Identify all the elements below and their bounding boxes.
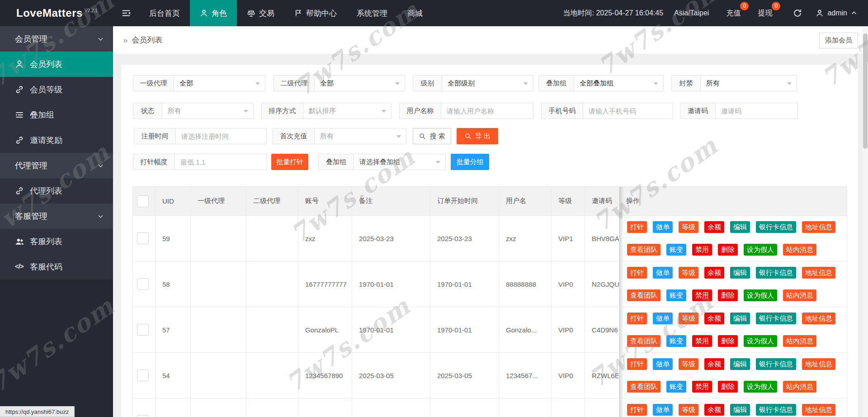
make-order-button[interactable]: 做单 (653, 404, 673, 416)
phone-input[interactable] (583, 103, 673, 118)
balance-button[interactable]: 余额 (704, 221, 724, 233)
site-message-button[interactable]: 站内消息 (783, 381, 816, 393)
sidebar-item-support-code[interactable]: </> 客服代码 (0, 254, 113, 280)
account-change-button[interactable]: 账变 (666, 335, 686, 347)
view-team-button[interactable]: 查看团队 (627, 244, 660, 256)
disable-button[interactable]: 禁用 (692, 289, 712, 301)
inject-range-input[interactable] (175, 154, 266, 170)
edit-button[interactable]: 编辑 (730, 221, 750, 233)
make-order-button[interactable]: 做单 (653, 267, 673, 279)
site-message-button[interactable]: 站内消息 (783, 335, 816, 347)
scrollbar-track[interactable] (863, 26, 868, 417)
status-select[interactable]: 所有 (162, 103, 253, 118)
edit-button[interactable]: 编辑 (730, 267, 750, 279)
edit-button[interactable]: 编辑 (730, 313, 750, 324)
site-message-button[interactable]: 站内消息 (783, 289, 816, 301)
sort-select[interactable]: 默认排序 (303, 103, 391, 118)
inject-button[interactable]: 打针 (627, 404, 647, 416)
bank-info-button[interactable]: 银行卡信息 (756, 404, 796, 416)
invite-code-input[interactable] (716, 103, 797, 118)
edit-button[interactable]: 编辑 (730, 358, 750, 370)
overlay-group-select[interactable]: 全部叠加组 (574, 76, 663, 91)
sidebar-toggle-button[interactable] (113, 0, 139, 26)
balance-button[interactable]: 余额 (704, 313, 724, 324)
account-change-button[interactable]: 账变 (666, 289, 686, 301)
add-member-button[interactable]: 添加会员 (819, 33, 858, 48)
view-team-button[interactable]: 查看团队 (627, 381, 660, 393)
delete-button[interactable]: 删除 (718, 244, 738, 256)
delete-button[interactable]: 删除 (718, 381, 738, 393)
sidebar-group-agent-mgmt[interactable]: 代理管理 (0, 153, 113, 178)
level-button[interactable]: 等级 (679, 313, 698, 324)
row-checkbox[interactable] (137, 370, 149, 381)
sidebar-item-member-level[interactable]: 会员等级 (0, 77, 113, 102)
batch-group-button[interactable]: 批量分组 (451, 154, 489, 170)
balance-button[interactable]: 余额 (704, 358, 724, 370)
batch-overlay-group-select[interactable]: 请选择叠加组 (354, 154, 445, 170)
disable-button[interactable]: 禁用 (692, 381, 712, 393)
address-info-button[interactable]: 地址信息 (802, 404, 835, 416)
first-recharge-select[interactable]: 所有 (315, 128, 406, 144)
withdraw-button[interactable]: 提现 0 (752, 9, 778, 18)
sidebar-item-member-list[interactable]: 会员列表 (0, 52, 113, 77)
topnav-system[interactable]: 系统管理 (347, 0, 397, 26)
address-info-button[interactable]: 地址信息 (802, 221, 835, 233)
sidebar-item-agent-list[interactable]: 代理列表 (0, 178, 113, 204)
row-checkbox[interactable] (137, 232, 149, 244)
row-checkbox[interactable] (137, 324, 149, 336)
delete-button[interactable]: 删除 (718, 335, 738, 347)
address-info-button[interactable]: 地址信息 (802, 358, 835, 370)
username-input[interactable] (441, 103, 533, 118)
balance-button[interactable]: 余额 (704, 267, 724, 279)
row-checkbox[interactable] (137, 278, 149, 290)
topnav-help-center[interactable]: 帮助中心 (284, 0, 347, 26)
sidebar-group-support-mgmt[interactable]: 客服管理 (0, 204, 113, 229)
account-change-button[interactable]: 账变 (666, 244, 686, 256)
disable-button[interactable]: 禁用 (692, 244, 712, 256)
register-time-input[interactable] (176, 128, 266, 144)
search-button[interactable]: 搜 索 (413, 128, 451, 144)
balance-button[interactable]: 余额 (704, 404, 724, 416)
bank-info-button[interactable]: 银行卡信息 (756, 313, 796, 324)
refresh-button[interactable] (793, 9, 802, 18)
admin-menu[interactable]: admin (811, 9, 862, 17)
disable-button[interactable]: 禁用 (692, 335, 712, 347)
level-button[interactable]: 等级 (679, 404, 698, 416)
edit-button[interactable]: 编辑 (730, 404, 750, 416)
set-fake-button[interactable]: 设为假人 (744, 335, 777, 347)
bank-info-button[interactable]: 银行卡信息 (756, 267, 796, 279)
sidebar-group-member-mgmt[interactable]: 会员管理 (0, 26, 113, 52)
topnav-mall[interactable]: 商城 (397, 0, 433, 26)
address-info-button[interactable]: 地址信息 (802, 313, 835, 324)
set-fake-button[interactable]: 设为假人 (744, 244, 777, 256)
make-order-button[interactable]: 做单 (653, 221, 673, 233)
export-button[interactable]: 导 出 (457, 128, 498, 144)
inject-button[interactable]: 打针 (627, 313, 647, 324)
sidebar-item-overlay-group[interactable]: 叠加组 (0, 102, 113, 128)
bank-info-button[interactable]: 银行卡信息 (756, 221, 796, 233)
delete-button[interactable]: 删除 (718, 289, 738, 301)
level-button[interactable]: 等级 (679, 267, 698, 279)
batch-inject-button[interactable]: 批量打针 (271, 154, 308, 170)
inject-button[interactable]: 打针 (627, 358, 647, 370)
topnav-roles[interactable]: 角色 (190, 0, 237, 26)
make-order-button[interactable]: 做单 (653, 358, 673, 370)
agent1-select[interactable]: 全部 (174, 76, 265, 91)
topnav-dashboard[interactable]: 后台首页 (139, 0, 190, 26)
level-select[interactable]: 全部级别 (442, 76, 533, 91)
scrollbar-thumb[interactable] (863, 33, 868, 149)
sidebar-item-invite-reward[interactable]: 邀请奖励 (0, 128, 113, 153)
make-order-button[interactable]: 做单 (653, 313, 673, 324)
account-change-button[interactable]: 账变 (666, 381, 686, 393)
topnav-trades[interactable]: 交易 (237, 0, 284, 26)
site-message-button[interactable]: 站内消息 (783, 244, 816, 256)
recharge-button[interactable]: 充值 0 (721, 9, 746, 18)
bank-info-button[interactable]: 银行卡信息 (756, 358, 796, 370)
inject-button[interactable]: 打针 (627, 221, 647, 233)
view-team-button[interactable]: 查看团队 (627, 335, 660, 347)
level-button[interactable]: 等级 (679, 358, 698, 370)
select-all-checkbox[interactable] (137, 195, 149, 207)
address-info-button[interactable]: 地址信息 (802, 267, 835, 279)
agent2-select[interactable]: 全部 (315, 76, 405, 91)
row-checkbox[interactable] (137, 415, 149, 417)
